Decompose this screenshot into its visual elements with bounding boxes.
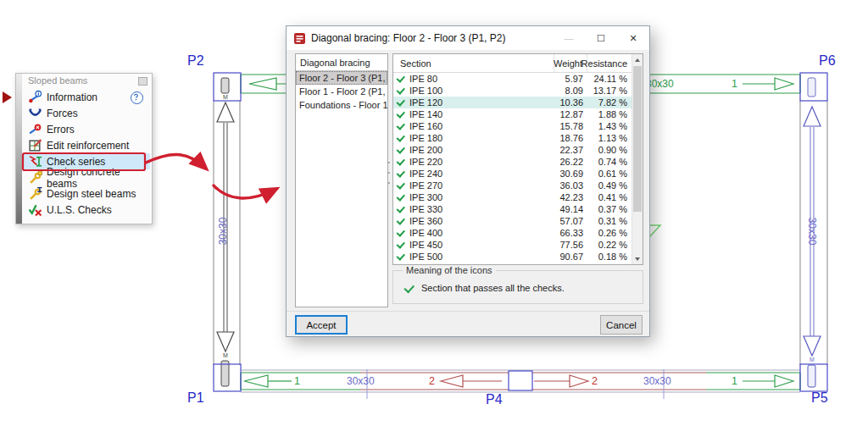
- table-row[interactable]: IPE 805.9724.11 %: [393, 73, 643, 85]
- bracing-list-item[interactable]: Floor 2 - Floor 3 (P1, P2): [296, 71, 387, 85]
- column-header-resistance[interactable]: Resistance: [587, 54, 632, 72]
- cancel-button[interactable]: Cancel: [600, 315, 643, 335]
- pass-check-icon: [403, 282, 415, 293]
- table-row[interactable]: IPE 27036.030.49 %: [393, 180, 643, 191]
- icon-legend-group: Meaning of the icons Section that passes…: [392, 270, 643, 304]
- resistance-value: 0.41 %: [587, 191, 632, 203]
- pass-check-icon: [397, 97, 405, 107]
- weight-value: 30.69: [554, 168, 587, 180]
- pass-check-icon: [397, 240, 405, 249]
- span-number-bottom-right: 1: [732, 375, 737, 387]
- menu-close-button[interactable]: [138, 77, 147, 86]
- scroll-up-button[interactable]: [632, 54, 643, 65]
- pass-check-icon: [397, 252, 405, 261]
- resistance-value: 1.43 %: [587, 120, 632, 132]
- section-name: IPE 500: [409, 252, 442, 262]
- bracing-list-item[interactable]: Floor 1 - Floor 2 (P1, P2): [296, 85, 387, 98]
- span-number-top: 1: [732, 78, 737, 90]
- weight-value: 36.03: [554, 180, 587, 191]
- table-scrollbar[interactable]: [632, 54, 643, 264]
- resistance-value: 0.31 %: [587, 215, 632, 227]
- pass-check-icon: [397, 157, 405, 166]
- table-row[interactable]: IPE 16015.781.43 %: [393, 120, 643, 132]
- menu-item-errors[interactable]: Errors: [23, 121, 150, 137]
- table-row[interactable]: IPE 18018.761.13 %: [393, 132, 643, 144]
- table-row[interactable]: IPE 24030.690.61 %: [393, 168, 643, 180]
- menu-item-forces[interactable]: Forces: [23, 105, 150, 121]
- resistance-value: 1.88 %: [587, 108, 632, 120]
- cad-canvas: P2 P6 P1 P4 P5 30x30 30x30 30x30 30x30 3…: [0, 0, 868, 426]
- menu-gradient-strip: [16, 74, 22, 224]
- table-row[interactable]: IPE 45077.560.22 %: [393, 239, 643, 251]
- pass-check-icon: [397, 109, 405, 119]
- table-row[interactable]: IPE 36057.070.31 %: [393, 215, 643, 227]
- weight-value: 90.67: [554, 251, 587, 263]
- section-name: IPE 450: [409, 240, 442, 250]
- section-name: IPE 220: [409, 157, 442, 167]
- beam-section-label-bottom-left: 30x30: [347, 375, 375, 387]
- resistance-value: 0.49 %: [587, 180, 632, 191]
- beam-section-label-bottom-right: 30x30: [643, 375, 671, 387]
- scroll-down-button[interactable]: [632, 253, 643, 264]
- table-row[interactable]: IPE 1008.0913.17 %: [393, 85, 643, 97]
- menu-item-uls-checks[interactable]: U.L.S. Checks: [23, 202, 150, 218]
- accept-button[interactable]: Accept: [295, 315, 348, 335]
- menu-item-label: Design steel beams: [47, 188, 136, 200]
- table-body: IPE 805.9724.11 % IPE 1008.0913.17 % IPE…: [393, 73, 643, 263]
- pass-check-icon: [397, 133, 405, 142]
- table-row[interactable]: IPE 40066.330.26 %: [393, 227, 643, 239]
- resistance-value: 0.61 %: [587, 168, 632, 180]
- table-row-selected[interactable]: IPE 12010.367.82 %: [393, 97, 643, 108]
- section-name: IPE 100: [409, 86, 442, 96]
- weight-value: 22.37: [554, 144, 587, 156]
- resistance-value: 7.82 %: [587, 97, 632, 108]
- resistance-value: 1.13 %: [587, 132, 632, 144]
- column-header-section[interactable]: Section: [393, 54, 554, 72]
- column-label-p2: P2: [187, 53, 204, 69]
- section-name: IPE 160: [409, 121, 442, 131]
- column-p4: [509, 371, 532, 390]
- panel-splitter[interactable]: [387, 162, 391, 184]
- pass-check-icon: [397, 74, 405, 83]
- table-header: Section Weight Resistance: [393, 54, 643, 73]
- check-series-icon: [28, 154, 42, 169]
- beam-bottom[interactable]: [241, 369, 800, 399]
- table-row[interactable]: IPE 14012.871.88 %: [393, 108, 643, 120]
- pass-check-icon: [397, 216, 405, 225]
- bracing-list-item[interactable]: Foundations - Floor 1 (P...: [296, 98, 387, 112]
- scrollbar-thumb[interactable]: [633, 66, 642, 212]
- menu-title: Sloped beams: [28, 75, 87, 86]
- close-button[interactable]: ✕: [617, 26, 649, 50]
- maximize-button[interactable]: ☐: [585, 26, 617, 50]
- legend-text: Section that passes all the checks.: [421, 283, 565, 293]
- weight-value: 12.87: [554, 108, 587, 120]
- table-row[interactable]: IPE 30042.230.41 %: [393, 191, 643, 203]
- section-name: IPE 400: [409, 228, 442, 238]
- menu-item-label: U.L.S. Checks: [47, 204, 112, 216]
- menu-item-information[interactable]: Information: [23, 89, 150, 105]
- resistance-value: 13.17 %: [587, 85, 632, 97]
- resistance-value: 0.18 %: [587, 251, 632, 263]
- span-number-bottom-center-left: 2: [429, 375, 435, 387]
- table-row[interactable]: IPE 50090.670.18 %: [393, 251, 643, 263]
- menu-item-label: Errors: [47, 124, 75, 136]
- column-label-p6: P6: [819, 53, 836, 69]
- moment-label-right-bottom: M: [810, 357, 815, 362]
- table-row[interactable]: IPE 33049.140.37 %: [393, 203, 643, 215]
- pass-check-icon: [397, 121, 405, 130]
- table-row[interactable]: IPE 20022.370.90 %: [393, 144, 643, 156]
- menu-item-design-steel-beams[interactable]: Design steel beams: [23, 185, 150, 202]
- pass-check-icon: [397, 228, 405, 237]
- weight-value: 49.14: [554, 203, 587, 215]
- help-icon[interactable]: [131, 91, 143, 104]
- menu-item-design-concrete-beams[interactable]: Design concrete beams: [23, 169, 150, 185]
- pass-check-icon: [397, 169, 405, 178]
- resistance-value: 0.90 %: [587, 144, 632, 156]
- span-number-bottom-left: 1: [294, 375, 300, 387]
- section-name: IPE 80: [409, 74, 437, 84]
- section-name: IPE 180: [409, 133, 442, 143]
- legend-title: Meaning of the icons: [403, 265, 496, 275]
- menu-item-edit-reinforcement[interactable]: Edit reinforcement: [23, 137, 150, 153]
- table-row[interactable]: IPE 22026.220.74 %: [393, 156, 643, 168]
- dialog-titlebar: Diagonal bracing: Floor 2 - Floor 3 (P1,…: [287, 26, 649, 50]
